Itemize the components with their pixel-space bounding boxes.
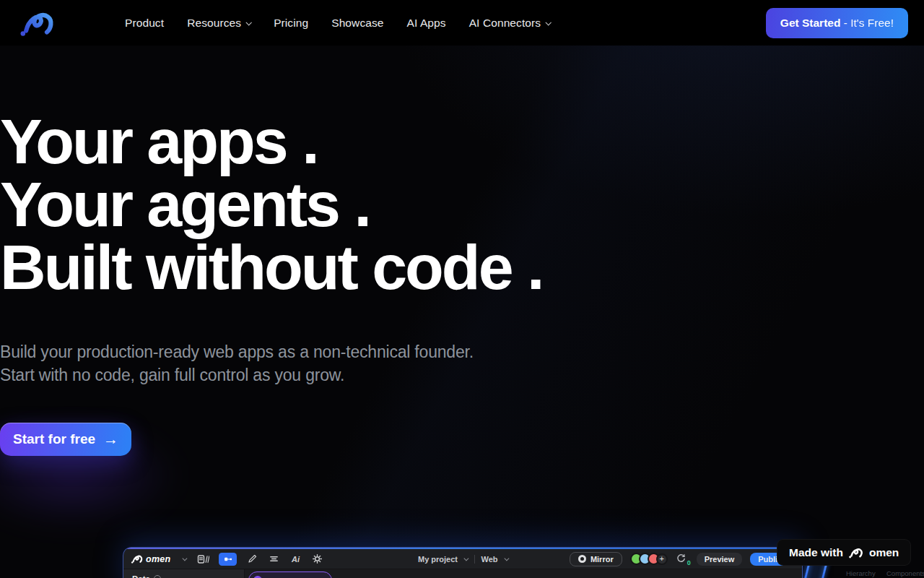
- nav-item-resources[interactable]: Resources: [187, 17, 250, 30]
- request-count: 0: [687, 559, 691, 566]
- components-label: Components: [886, 569, 924, 577]
- hero-headline: Your apps . Your agents . Built without …: [0, 110, 542, 298]
- align-lines-icon: [268, 553, 280, 565]
- editor-project-switcher: My project Web: [418, 555, 507, 564]
- momen-swirl-icon: [131, 554, 144, 564]
- start-for-free-label: Start for free: [13, 431, 95, 447]
- project-name: My project: [418, 555, 458, 564]
- editor-canvas: [245, 569, 802, 578]
- flow-node-pill: [248, 571, 332, 578]
- nav-menu: Product Resources Pricing Showcase AI Ap…: [125, 17, 550, 30]
- mirror-button: Mirror: [570, 552, 622, 566]
- nav-item-label: AI Connectors: [469, 17, 541, 30]
- divider: [474, 555, 474, 564]
- nav-item-label: Pricing: [274, 17, 308, 30]
- nav-item-ai-connectors[interactable]: AI Connectors: [469, 17, 551, 30]
- momen-landing-page: Product Resources Pricing Showcase AI Ap…: [0, 0, 924, 578]
- made-with-text: Made with: [789, 546, 843, 559]
- data-panel: Data: [123, 569, 245, 578]
- hierarchy-label: Hierarchy: [846, 569, 876, 577]
- mirror-icon: [578, 555, 586, 563]
- hero-subtitle: Build your production-ready web apps as …: [0, 340, 474, 387]
- info-icon: [154, 575, 161, 578]
- nav-item-label: Showcase: [331, 17, 383, 30]
- add-collaborator-icon: +: [656, 553, 668, 565]
- ai-icon: Ai: [289, 553, 302, 565]
- subtitle-line-2: Start with no code, gain full control as…: [0, 366, 344, 384]
- actionflow-icon: [219, 553, 237, 566]
- arrow-right-icon: →: [103, 431, 118, 448]
- get-started-label: Get Started: [780, 17, 841, 29]
- nav-item-showcase[interactable]: Showcase: [331, 17, 383, 30]
- editor-tool-icons: Ai: [197, 553, 323, 566]
- chevron-down-icon: [464, 556, 468, 561]
- nav-item-label: AI Apps: [407, 17, 446, 30]
- preview-button: Preview: [697, 553, 743, 566]
- momen-logo-icon[interactable]: [19, 8, 56, 38]
- chevron-down-icon: [246, 20, 252, 25]
- badge-brand-text: omen: [869, 546, 899, 559]
- editor-toolbar: omen: [123, 548, 802, 569]
- collaborator-avatars: +: [630, 553, 668, 565]
- nav-item-pricing[interactable]: Pricing: [274, 17, 308, 30]
- preview-label: Preview: [705, 555, 735, 564]
- momen-swirl-icon: [848, 547, 864, 558]
- chevron-down-icon: [546, 20, 552, 25]
- editor-mockup-window: omen: [123, 547, 803, 578]
- nav-item-ai-apps[interactable]: AI Apps: [407, 17, 446, 30]
- headline-line-3: Built without code .: [0, 236, 542, 298]
- get-started-sublabel: - It's Free!: [840, 17, 894, 29]
- nav-item-label: Product: [125, 17, 164, 30]
- sync-icon: 0: [676, 553, 689, 565]
- get-started-button[interactable]: Get Started - It's Free!: [766, 8, 908, 38]
- data-panel-title: Data: [132, 574, 150, 578]
- top-nav: Product Resources Pricing Showcase AI Ap…: [0, 0, 924, 46]
- editor-toolbar-right: Mirror + 0 Preview: [570, 552, 795, 566]
- nav-item-product[interactable]: Product: [125, 17, 164, 30]
- made-with-momen-badge[interactable]: Made with omen: [777, 539, 911, 566]
- mirror-label: Mirror: [590, 555, 614, 564]
- editor-momen-logo: omen: [131, 554, 171, 564]
- design-pen-icon: [246, 553, 258, 565]
- start-for-free-button[interactable]: Start for free →: [0, 423, 131, 456]
- pages-icon: [197, 553, 209, 565]
- chevron-down-icon: [504, 556, 508, 561]
- headline-line-2: Your agents .: [0, 173, 542, 236]
- editor-brand-text: omen: [146, 554, 171, 564]
- platform-name: Web: [481, 555, 497, 564]
- editor-body: Data: [123, 569, 802, 578]
- chevron-down-icon: [182, 556, 186, 561]
- headline-line-1: Your apps .: [0, 110, 542, 173]
- subtitle-line-1: Build your production-ready web apps as …: [0, 342, 474, 361]
- nav-item-label: Resources: [187, 17, 241, 30]
- ai-icon-glyph: Ai: [292, 555, 300, 564]
- settings-gear-icon: [311, 553, 323, 565]
